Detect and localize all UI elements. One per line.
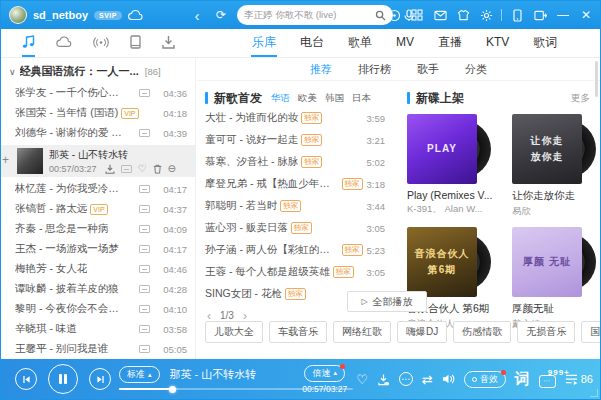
playlist-song-row[interactable]: 黎明 - 今夜你会不会来 (国语) 04:10 bbox=[1, 299, 195, 319]
new-song-row[interactable]: 大壮 - 为谁而化的妆 独家 3:59 bbox=[205, 107, 393, 129]
album-card[interactable]: PLAY Play (Remixes V... K-391、 Alan W... bbox=[407, 114, 507, 218]
next-track-button[interactable] bbox=[89, 368, 111, 390]
album-title[interactable]: Play (Remixes V... bbox=[407, 189, 499, 201]
lyrics-button[interactable]: 词 bbox=[515, 370, 530, 389]
collapse-chevron-icon[interactable]: ∨ bbox=[9, 67, 16, 77]
cloud-music-icon[interactable] bbox=[56, 29, 72, 57]
playlist-song-row[interactable]: 刘德华 - 谢谢你的爱 (国语) 04:39 bbox=[1, 123, 195, 143]
mv-icon[interactable] bbox=[139, 129, 150, 137]
mv-icon[interactable] bbox=[139, 225, 150, 233]
nav-tab[interactable]: MV bbox=[395, 29, 415, 57]
mv-icon[interactable] bbox=[139, 265, 150, 273]
favorite-heart-icon[interactable]: ♡ bbox=[356, 373, 368, 386]
mv-icon[interactable] bbox=[139, 345, 150, 353]
playlist-song-row[interactable]: 王馨平 - 别问我是谁 05:05 bbox=[1, 339, 195, 359]
svip-badge[interactable]: SVIP bbox=[94, 11, 122, 20]
close-button[interactable]: ✕ bbox=[578, 7, 594, 23]
nav-tab[interactable]: 歌词 bbox=[532, 29, 558, 57]
category-pill[interactable]: 儿歌大全 bbox=[205, 321, 263, 343]
playlist-song-row[interactable]: 张学友 - 一千个伤心的理由 04:36 bbox=[1, 83, 195, 103]
mail-icon[interactable] bbox=[432, 7, 448, 23]
album-title[interactable]: 让你走放你走 bbox=[512, 189, 600, 203]
mv-icon[interactable] bbox=[139, 305, 150, 313]
playlist-song-row[interactable]: 张国荣 - 当年情 (国语) VIP 04:18 bbox=[1, 103, 195, 123]
library-subtab[interactable]: 推荐 bbox=[310, 62, 332, 77]
album-cover[interactable]: 音浪合伙人 第6期 bbox=[407, 227, 477, 297]
language-tab[interactable]: 日本 bbox=[352, 92, 371, 105]
device-icon[interactable] bbox=[130, 29, 141, 57]
playlist-song-row[interactable]: 梅艳芳 - 女人花 04:46 bbox=[1, 259, 195, 279]
album-card[interactable]: 音浪合伙人 第6期 音浪合伙人 第6期 音浪合伙人 bbox=[407, 227, 507, 331]
page-prev-icon[interactable]: ‹ bbox=[207, 311, 211, 321]
playlist-song-row[interactable]: 谭咏麟 - 披着羊皮的狼 04:28 bbox=[1, 279, 195, 299]
more-options-icon[interactable]: ⋯ bbox=[399, 372, 413, 386]
mv-icon[interactable] bbox=[139, 205, 150, 213]
album-card[interactable]: 让你走 放你走 让你走放你走 易欣 bbox=[512, 114, 600, 218]
back-icon[interactable]: ‹ bbox=[189, 7, 205, 23]
album-card[interactable]: 厚颜 无耻 厚颜无耻 戴文婧 bbox=[512, 227, 600, 331]
download-icon[interactable] bbox=[105, 164, 115, 174]
play-mode-loop-icon[interactable]: ⇄ bbox=[422, 373, 433, 386]
resize-grip[interactable] bbox=[590, 389, 598, 397]
playlist-song-row[interactable]: 王杰 - 一场游戏一场梦 04:17 bbox=[1, 239, 195, 259]
delete-trash-icon[interactable] bbox=[153, 164, 162, 174]
new-song-row[interactable]: 孙子涵 - 两人份【彩虹的重力电视... 独家 5:23 bbox=[205, 239, 393, 261]
album-artist[interactable]: 易欣 bbox=[512, 205, 600, 218]
now-playing-album-art[interactable] bbox=[17, 148, 43, 174]
language-tab[interactable]: 欧美 bbox=[298, 92, 317, 105]
search-input[interactable]: 李正婷 你敢不敢 (live) bbox=[237, 5, 393, 25]
album-artist[interactable]: K-391、 Alan W... bbox=[407, 203, 499, 216]
nav-tab[interactable]: 直播 bbox=[437, 29, 463, 57]
apps-grid-icon[interactable] bbox=[409, 7, 425, 23]
cloud-sync-icon[interactable] bbox=[128, 7, 144, 23]
new-song-row[interactable]: 王蓉 - 每个人都是超级英雄 独家 3:05 bbox=[205, 261, 393, 283]
now-playing-row[interactable]: + 那英 - 山不转水转 00:57/03:27 ♡ ⊖ bbox=[1, 145, 195, 177]
sound-effect-button[interactable]: 音效 bbox=[464, 371, 506, 388]
category-pill[interactable]: 网络红歌 bbox=[333, 321, 391, 343]
skin-icon[interactable] bbox=[455, 7, 471, 23]
player-song-title[interactable]: 那英 - 山不转水转 bbox=[170, 367, 257, 382]
new-song-row[interactable]: 童可可 - 说好一起走 独家 3:21 bbox=[205, 129, 393, 151]
nav-tab[interactable]: 歌单 bbox=[347, 29, 373, 57]
play-all-button[interactable]: ▷ 全部播放 bbox=[347, 291, 427, 312]
playlist-song-row[interactable]: 林忆莲 - 为你我受冷风吹 04:17 bbox=[1, 179, 195, 199]
library-subtab[interactable]: 排行榜 bbox=[358, 62, 391, 77]
remove-circle-icon[interactable]: ⊖ bbox=[168, 164, 176, 174]
mv-icon[interactable] bbox=[139, 325, 150, 333]
new-song-row[interactable]: 摩登兄弟 - 戒【热血少年电视剧片... 独家 3:18 bbox=[205, 173, 393, 195]
album-cover[interactable]: PLAY bbox=[407, 114, 477, 184]
volume-icon[interactable] bbox=[442, 373, 455, 385]
minimize-button[interactable]: — bbox=[555, 7, 571, 23]
category-pill[interactable]: 国风歌曲 bbox=[581, 321, 600, 343]
favorite-heart-icon[interactable]: ♡ bbox=[138, 164, 147, 174]
mv-icon[interactable] bbox=[139, 285, 150, 293]
language-tab[interactable]: 韩国 bbox=[325, 92, 344, 105]
username[interactable]: sd_netboy bbox=[33, 9, 88, 21]
playlist-song-row[interactable]: 辛晓琪 - 味道 03:58 bbox=[1, 319, 195, 339]
comments-button[interactable]: ⋯ 999+ bbox=[539, 375, 556, 388]
quality-selector[interactable]: 标准 ▴ bbox=[119, 366, 160, 383]
refresh-icon[interactable]: ⟳ bbox=[213, 7, 229, 23]
pause-button[interactable] bbox=[48, 364, 78, 394]
progress-handle[interactable] bbox=[169, 386, 176, 393]
category-pill[interactable]: 无损音乐 bbox=[517, 321, 575, 343]
album-title[interactable]: 厚颜无耻 bbox=[512, 302, 600, 316]
category-pill[interactable]: 车载音乐 bbox=[269, 321, 327, 343]
new-song-row[interactable]: 慕寒、汐音社 - 脉脉 独家 5:02 bbox=[205, 151, 393, 173]
playlist-header[interactable]: ∨ 经典国语流行：一人一... [86] bbox=[1, 59, 195, 83]
playlist-song-row[interactable]: 张镐哲 - 路太远 VIP 04:37 bbox=[1, 199, 195, 219]
page-next-icon[interactable]: › bbox=[243, 311, 247, 321]
new-song-row[interactable]: 蓝心羽 - 贩卖日落 独家 3:05 bbox=[205, 217, 393, 239]
category-pill[interactable]: 嗨爆DJ bbox=[397, 321, 447, 343]
new-song-row[interactable]: 郭聪明 - 若当时 独家 3:44 bbox=[205, 195, 393, 217]
download-icon[interactable] bbox=[377, 373, 390, 386]
search-icon[interactable] bbox=[375, 10, 386, 21]
nav-tab[interactable]: 电台 bbox=[299, 29, 325, 57]
playback-speed-button[interactable]: 倍速 ▴ bbox=[304, 365, 345, 382]
playlist-song-row[interactable]: 齐秦 - 思念是一种病 04:09 bbox=[1, 219, 195, 239]
category-pill[interactable]: 伤感情歌 bbox=[453, 321, 511, 343]
album-cover[interactable]: 厚颜 无耻 bbox=[512, 227, 582, 297]
avatar[interactable] bbox=[9, 6, 27, 24]
album-cover[interactable]: 让你走 放你走 bbox=[512, 114, 582, 184]
mobile-phone-icon[interactable] bbox=[509, 7, 525, 23]
